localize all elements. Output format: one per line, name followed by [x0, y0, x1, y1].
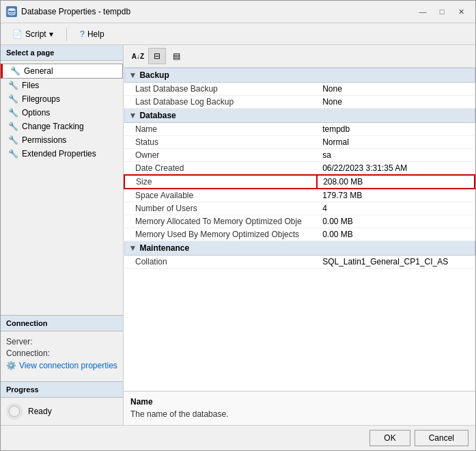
- view-connection-link[interactable]: ⚙️ View connection properties: [6, 361, 117, 370]
- wrench-icon: 🔧: [10, 66, 20, 76]
- sort-cat-icon: ⊟: [154, 51, 160, 61]
- sidebar-header: Select a page: [1, 45, 123, 61]
- property-table: ▼BackupLast Database BackupNoneLast Data…: [124, 68, 475, 391]
- sort-alpha-icon: A↓Z: [132, 53, 144, 60]
- cancel-button[interactable]: Cancel: [415, 430, 468, 446]
- main-toolbar: 📄 Script ▾ ? Help: [1, 23, 475, 45]
- sidebar-item-extended-properties[interactable]: 🔧 Extended Properties: [1, 147, 123, 161]
- table-row[interactable]: CollationSQL_Latin1_General_CP1_CI_AS: [124, 256, 475, 269]
- table-row[interactable]: Nametempdb: [124, 123, 475, 136]
- sort-alpha-button[interactable]: A↓Z: [129, 48, 147, 64]
- connection-label: Connection:: [6, 348, 117, 358]
- sidebar-item-change-tracking[interactable]: 🔧 Change Tracking: [1, 120, 123, 133]
- table-row[interactable]: Ownersa: [124, 149, 475, 162]
- property-toolbar: A↓Z ⊟ ▤: [124, 45, 475, 68]
- footer: OK Cancel: [1, 425, 475, 450]
- table-row[interactable]: Memory Allocated To Memory Optimized Obj…: [124, 215, 475, 228]
- progress-content: Ready: [1, 398, 123, 425]
- custom-button[interactable]: ▤: [167, 48, 185, 64]
- filegroups-icon: 🔧: [8, 94, 18, 104]
- section-row: ▼Maintenance: [124, 241, 475, 256]
- table-row[interactable]: Last Database BackupNone: [124, 83, 475, 96]
- sort-category-button[interactable]: ⊟: [148, 48, 166, 64]
- title-bar-left: Database Properties - tempdb: [6, 6, 130, 17]
- sidebar-item-permissions[interactable]: 🔧 Permissions: [1, 133, 123, 147]
- ok-button[interactable]: OK: [369, 430, 410, 446]
- title-bar-text: Database Properties - tempdb: [21, 7, 130, 16]
- script-button[interactable]: 📄 Script ▾: [6, 27, 59, 42]
- sidebar-items: 🔧 General 🔧 Files 🔧 Filegroups 🔧 Options…: [1, 61, 123, 310]
- script-dropdown-icon: ▾: [49, 29, 53, 39]
- table-row[interactable]: Number of Users4: [124, 202, 475, 215]
- connection-header: Connection: [1, 315, 123, 331]
- main-area: Select a page 🔧 General 🔧 Files 🔧 Filegr…: [1, 45, 475, 425]
- sidebar-item-files[interactable]: 🔧 Files: [1, 79, 123, 92]
- main-window: Database Properties - tempdb — □ ✕ 📄 Scr…: [0, 0, 476, 451]
- connection-content: Server: Connection: ⚙️ View connection p…: [1, 331, 123, 376]
- close-button[interactable]: ✕: [452, 5, 470, 18]
- db-icon: [6, 6, 17, 17]
- help-button[interactable]: ? Help: [74, 26, 111, 42]
- description-title: Name: [130, 397, 468, 407]
- server-label: Server:: [6, 337, 117, 346]
- progress-status: Ready: [28, 407, 52, 416]
- table-row[interactable]: Memory Used By Memory Optimized Objects0…: [124, 228, 475, 241]
- table-row[interactable]: Space Available179.73 MB: [124, 189, 475, 202]
- description-text: The name of the database.: [130, 409, 468, 419]
- progress-header: Progress: [1, 381, 123, 398]
- minimize-button[interactable]: —: [414, 5, 432, 18]
- extended-properties-icon: 🔧: [8, 149, 18, 159]
- svg-point-3: [9, 406, 20, 417]
- sidebar-item-filegroups[interactable]: 🔧 Filegroups: [1, 92, 123, 106]
- sidebar-item-options[interactable]: 🔧 Options: [1, 106, 123, 120]
- sidebar: Select a page 🔧 General 🔧 Files 🔧 Filegr…: [1, 45, 124, 425]
- progress-section: Progress Ready: [1, 381, 123, 425]
- connection-link-icon: ⚙️: [6, 361, 16, 370]
- content-area: A↓Z ⊟ ▤ ▼BackupLast Database Backup: [124, 45, 475, 425]
- section-row: ▼Backup: [124, 68, 475, 83]
- help-icon: ?: [80, 29, 85, 39]
- table-row[interactable]: StatusNormal: [124, 136, 475, 149]
- script-icon: 📄: [12, 29, 23, 39]
- permissions-icon: 🔧: [8, 135, 18, 145]
- table-row[interactable]: Size208.00 MB: [124, 175, 475, 189]
- custom-icon: ▤: [173, 51, 180, 61]
- title-bar-controls: — □ ✕: [414, 5, 470, 18]
- section-row: ▼Database: [124, 109, 475, 123]
- description-panel: Name The name of the database.: [124, 391, 475, 425]
- progress-spinner: [6, 403, 23, 420]
- connection-section: Connection Server: Connection: ⚙️ View c…: [1, 315, 123, 376]
- options-icon: 🔧: [8, 108, 18, 118]
- change-tracking-icon: 🔧: [8, 122, 18, 131]
- files-icon: 🔧: [8, 81, 18, 90]
- maximize-button[interactable]: □: [433, 5, 451, 18]
- properties-grid: ▼BackupLast Database BackupNoneLast Data…: [124, 68, 475, 269]
- sidebar-item-general[interactable]: 🔧 General: [1, 64, 123, 79]
- table-row[interactable]: Date Created06/22/2023 3:31:35 AM: [124, 162, 475, 176]
- title-bar: Database Properties - tempdb — □ ✕: [1, 1, 475, 23]
- toolbar-divider: [66, 27, 67, 41]
- table-row[interactable]: Last Database Log BackupNone: [124, 96, 475, 109]
